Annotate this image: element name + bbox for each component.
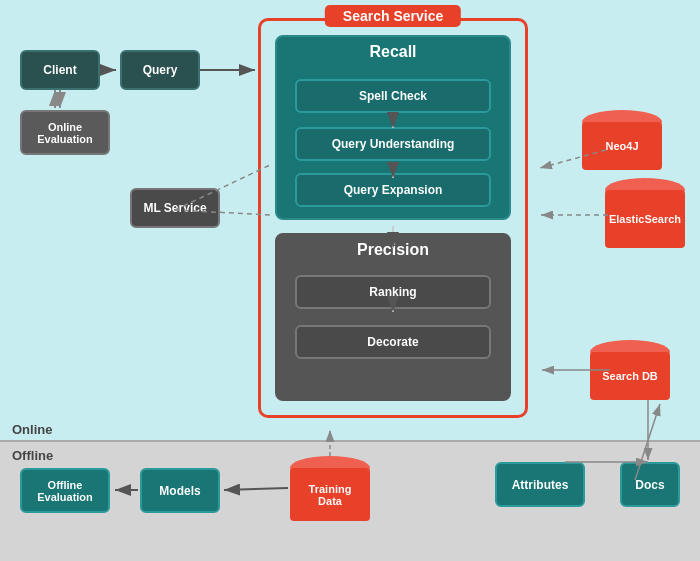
offline-evaluation-box: Offline Evaluation xyxy=(20,468,110,513)
neo4j-label: Neo4J xyxy=(582,122,662,170)
neo4j-cylinder: Neo4J xyxy=(582,110,662,170)
ml-service-box: ML Service xyxy=(130,188,220,228)
elasticsearch-label: ElasticSearch xyxy=(605,190,685,248)
query-expansion-box: Query Expansion xyxy=(295,173,491,207)
searchdb-label: Search DB xyxy=(590,352,670,400)
search-service-label: Search Service xyxy=(325,5,461,27)
recall-box: Recall Spell Check Query Understanding Q… xyxy=(275,35,511,220)
precision-box: Precision Ranking Decorate xyxy=(275,233,511,401)
elasticsearch-cylinder: ElasticSearch xyxy=(605,178,685,248)
attributes-box: Attributes xyxy=(495,462,585,507)
recall-label: Recall xyxy=(277,37,509,65)
training-data-cylinder: Training Data xyxy=(290,456,370,521)
decorate-box: Decorate xyxy=(295,325,491,359)
models-box: Models xyxy=(140,468,220,513)
online-evaluation-box: Online Evaluation xyxy=(20,110,110,155)
spell-check-box: Spell Check xyxy=(295,79,491,113)
precision-label: Precision xyxy=(277,235,509,263)
ranking-box: Ranking xyxy=(295,275,491,309)
online-label: Online xyxy=(12,422,52,437)
searchdb-cylinder: Search DB xyxy=(590,340,670,400)
query-understanding-box: Query Understanding xyxy=(295,127,491,161)
docs-box: Docs xyxy=(620,462,680,507)
client-box: Client xyxy=(20,50,100,90)
query-box: Query xyxy=(120,50,200,90)
divider-line xyxy=(0,440,700,442)
training-data-label: Training Data xyxy=(290,468,370,521)
search-service-box: Search Service Recall Spell Check Query … xyxy=(258,18,528,418)
offline-label: Offline xyxy=(12,448,53,463)
